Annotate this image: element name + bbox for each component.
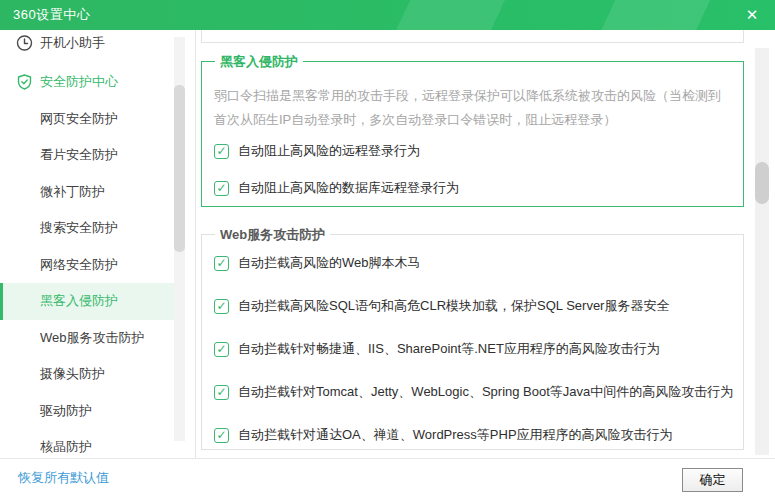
check-icon: ✓	[216, 181, 226, 195]
sidebar-item-web-service-attack-protection[interactable]: Web服务攻击防护	[0, 320, 175, 357]
restore-defaults-link[interactable]: 恢复所有默认值	[18, 469, 109, 487]
checkbox[interactable]: ✓	[214, 342, 229, 357]
settings-window: 360设置中心 ✕ 开机小助手	[0, 0, 775, 496]
footer: 恢复所有默认值 确定	[0, 458, 775, 496]
checkbox-row: ✓ 自动拦截针对Tomcat、Jetty、WebLogic、Spring Boo…	[214, 383, 743, 401]
sidebar-item-video-protection[interactable]: 看片安全防护	[0, 137, 175, 174]
sidebar-item-label: 核晶防护	[40, 438, 92, 456]
close-icon: ✕	[746, 6, 759, 24]
check-icon: ✓	[216, 385, 226, 399]
sidebar-item-label: 网页安全防护	[40, 110, 118, 128]
titlebar: 360设置中心 ✕	[0, 0, 775, 30]
checkbox-row: ✓ 自动阻止高风险的数据库远程登录行为	[214, 179, 743, 197]
sidebar-item-driver-protection[interactable]: 驱动防护	[0, 393, 175, 430]
checkbox-label: 自动阻止高风险的数据库远程登录行为	[238, 179, 459, 197]
ok-button[interactable]: 确定	[682, 468, 743, 492]
sidebar-item-label: 微补丁防护	[40, 183, 105, 201]
check-icon: ✓	[216, 428, 226, 442]
sidebar-item-micro-patch-protection[interactable]: 微补丁防护	[0, 174, 175, 211]
section-title: 黑客入侵防护	[215, 53, 303, 71]
settings-panel: 黑客入侵防护 弱口令扫描是黑客常用的攻击手段，远程登录保护可以降低系统被攻击的风…	[196, 30, 775, 458]
clock-icon	[16, 35, 33, 52]
sidebar-item-label: 网络安全防护	[40, 256, 118, 274]
shield-check-icon	[16, 74, 33, 91]
sidebar-item-network-protection[interactable]: 网络安全防护	[0, 247, 175, 284]
checkbox[interactable]: ✓	[214, 428, 229, 443]
checkbox-label: 自动拦截高风险的Web脚本木马	[238, 254, 421, 272]
checkbox[interactable]: ✓	[214, 385, 229, 400]
checkbox-label: 自动拦截针对畅捷通、IIS、SharePoint等.NET应用程序的高风险攻击行…	[238, 340, 660, 358]
section-hacker-intrusion-protection: 黑客入侵防护 弱口令扫描是黑客常用的攻击手段，远程登录保护可以降低系统被攻击的风…	[201, 61, 744, 207]
checkbox-label: 自动拦截针对通达OA、禅道、WordPress等PHP应用程序的高风险攻击行为	[238, 426, 673, 444]
checkbox-row: ✓ 自动拦截针对通达OA、禅道、WordPress等PHP应用程序的高风险攻击行…	[214, 426, 743, 444]
checkbox-label: 自动拦截针对Tomcat、Jetty、WebLogic、Spring Boot等…	[238, 383, 733, 401]
checkbox-row: ✓ 自动拦截高风险的Web脚本木马	[214, 254, 743, 272]
sidebar-item-label: 搜索安全防护	[40, 219, 118, 237]
sidebar-item-search-protection[interactable]: 搜索安全防护	[0, 210, 175, 247]
window-title: 360设置中心	[0, 6, 90, 24]
check-icon: ✓	[216, 144, 226, 158]
sidebar-item-label: 摄像头防护	[40, 365, 105, 383]
close-button[interactable]: ✕	[735, 0, 769, 30]
check-icon: ✓	[216, 256, 226, 270]
checkbox-row: ✓ 自动拦截针对畅捷通、IIS、SharePoint等.NET应用程序的高风险攻…	[214, 340, 743, 358]
sidebar-item-security-center[interactable]: 安全防护中心	[0, 64, 175, 101]
sidebar: 开机小助手 安全防护中心 网页安全防护 看片安全防护 微补丁防护	[0, 30, 196, 458]
checkbox[interactable]: ✓	[214, 256, 229, 271]
check-icon: ✓	[216, 342, 226, 356]
sidebar-item-label: Web服务攻击防护	[40, 329, 145, 347]
check-icon: ✓	[216, 299, 226, 313]
checkbox-label: 自动拦截高风险SQL语句和高危CLR模块加载，保护SQL Server服务器安全	[238, 297, 669, 315]
sidebar-item-label: 看片安全防护	[40, 146, 118, 164]
sidebar-item-boot-assistant[interactable]: 开机小助手	[0, 30, 175, 56]
checkbox[interactable]: ✓	[214, 144, 229, 159]
sidebar-item-label: 开机小助手	[40, 34, 105, 52]
main-scrollbar[interactable]	[755, 48, 769, 455]
section-web-service-attack-protection: Web服务攻击防护 ✓ 自动拦截高风险的Web脚本木马 ✓ 自动拦截高风险SQL…	[201, 234, 744, 450]
checkbox-row: ✓ 自动阻止高风险的远程登录行为	[214, 142, 743, 160]
scrolled-section-remainder	[201, 30, 744, 43]
checkbox-row: ✓ 自动拦截高风险SQL语句和高危CLR模块加载，保护SQL Server服务器…	[214, 297, 743, 315]
section-description: 弱口令扫描是黑客常用的攻击手段，远程登录保护可以降低系统被攻击的风险（当检测到首…	[202, 62, 743, 131]
checkbox-label: 自动阻止高风险的远程登录行为	[238, 142, 420, 160]
main-scrollbar-thumb[interactable]	[755, 162, 769, 204]
sidebar-scrollbar[interactable]	[174, 37, 185, 441]
sidebar-item-label: 驱动防护	[40, 402, 92, 420]
sidebar-item-label: 黑客入侵防护	[40, 292, 118, 310]
checkbox[interactable]: ✓	[214, 299, 229, 314]
sidebar-item-camera-protection[interactable]: 摄像头防护	[0, 356, 175, 393]
sidebar-item-web-page-protection[interactable]: 网页安全防护	[0, 101, 175, 138]
checkbox[interactable]: ✓	[214, 181, 229, 196]
section-title: Web服务攻击防护	[215, 226, 330, 244]
sidebar-scrollbar-thumb[interactable]	[174, 85, 185, 252]
sidebar-item-hacker-intrusion-protection[interactable]: 黑客入侵防护	[0, 283, 175, 320]
sidebar-item-label: 安全防护中心	[40, 73, 118, 91]
